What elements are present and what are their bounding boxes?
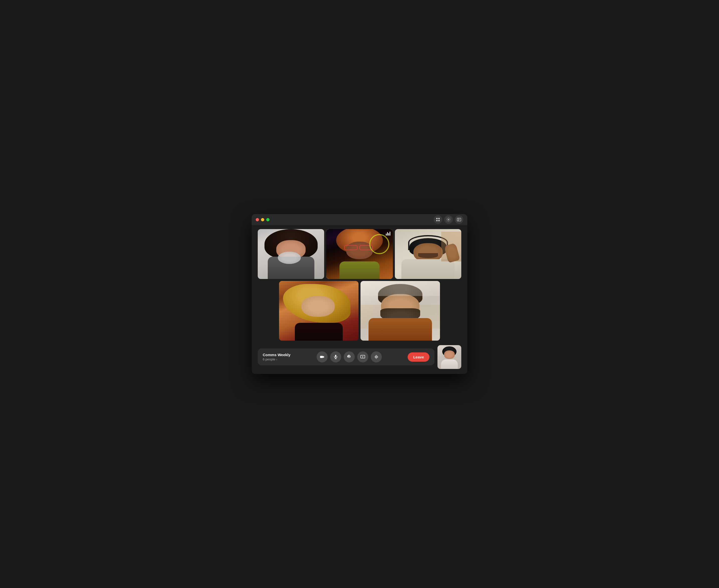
participant-tile-5 (361, 281, 440, 341)
share-icon (360, 354, 365, 359)
bottom-bar: Comms Weekly 6 people › (252, 343, 467, 374)
titlebar (252, 214, 467, 225)
svg-rect-8 (459, 220, 460, 220)
participant-video-3 (395, 229, 461, 279)
raise-hand-button[interactable] (344, 351, 355, 362)
camera-button[interactable] (316, 351, 328, 362)
self-video-tile (437, 345, 461, 369)
svg-rect-2 (436, 220, 437, 221)
sidebar-button[interactable] (455, 215, 463, 224)
audio-indicator (386, 232, 390, 236)
participants-link[interactable]: 6 people › (263, 357, 291, 361)
svg-rect-3 (438, 220, 440, 221)
video-grid-top (258, 229, 461, 279)
gear-icon (446, 217, 451, 222)
svg-rect-1 (438, 218, 440, 219)
titlebar-controls (434, 215, 463, 224)
participant-tile-2 (326, 229, 393, 279)
minimize-button[interactable] (261, 218, 264, 221)
svg-rect-10 (335, 355, 336, 357)
microphone-icon (333, 354, 338, 359)
svg-rect-9 (320, 356, 323, 358)
fullscreen-button[interactable] (266, 218, 269, 221)
share-screen-button[interactable] (357, 351, 368, 362)
camera-icon (320, 354, 325, 359)
participant-video-5 (361, 281, 440, 341)
app-window: Comms Weekly 6 people › (252, 214, 467, 374)
traffic-lights (256, 218, 269, 221)
participant-tile-4 (279, 281, 358, 341)
self-video (437, 345, 461, 369)
call-info: Comms Weekly 6 people › (263, 353, 291, 361)
svg-rect-5 (457, 218, 461, 221)
video-area (252, 225, 467, 343)
chevron-icon: › (276, 358, 277, 361)
participant-tile-1 (258, 229, 324, 279)
grid-icon (436, 217, 440, 222)
call-info-bar: Comms Weekly 6 people › (258, 349, 434, 365)
effects-icon (374, 354, 379, 359)
sidebar-icon (457, 217, 461, 222)
participant-video-2 (326, 229, 393, 279)
close-button[interactable] (256, 218, 259, 221)
hand-icon (347, 354, 352, 359)
microphone-button[interactable] (330, 351, 341, 362)
effects-button[interactable] (371, 351, 382, 362)
video-grid-bottom (258, 281, 461, 341)
participant-tile-3 (395, 229, 461, 279)
svg-point-4 (448, 219, 449, 220)
settings-button[interactable] (444, 215, 453, 224)
participant-video-1 (258, 229, 324, 279)
svg-rect-7 (459, 219, 460, 219)
participant-video-4 (279, 281, 358, 341)
call-name: Comms Weekly (263, 353, 291, 357)
svg-rect-0 (436, 218, 437, 219)
participants-count: 6 people (263, 357, 275, 361)
leave-button[interactable]: Leave (408, 352, 429, 362)
grid-view-button[interactable] (434, 215, 442, 224)
call-controls (294, 351, 404, 362)
